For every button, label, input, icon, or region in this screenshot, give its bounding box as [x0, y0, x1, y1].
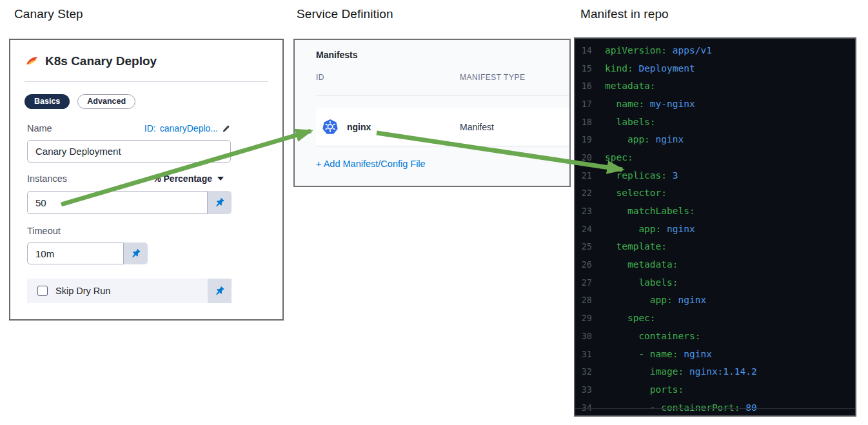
id-label: ID: [144, 123, 156, 133]
skip-dry-run-pin-button[interactable] [208, 279, 232, 303]
step-id: ID: canaryDeplo... [144, 123, 231, 133]
code-lines: 14apiVersion: apps/v115kind: Deployment1… [575, 41, 855, 416]
instances-unit-dropdown[interactable]: % Percentage [153, 173, 224, 184]
name-input[interactable] [27, 140, 231, 163]
code-line: 28 app: nginx [575, 292, 855, 310]
table-header-divider [316, 95, 569, 95]
code-line: 21 replicas: 3 [575, 166, 855, 184]
timeout-label: Timeout [27, 226, 61, 236]
instances-input-group [27, 191, 232, 214]
manifests-heading: Manifests [316, 50, 358, 60]
timeout-pin-button[interactable] [124, 242, 148, 264]
pencil-icon [222, 124, 231, 133]
kubernetes-icon [322, 119, 339, 135]
code-line: 19 app: nginx [575, 130, 855, 148]
service-definition-title: Service Definition [297, 7, 393, 21]
column-header-manifest-type: MANIFEST TYPE [460, 73, 525, 82]
step-tabs: Basics Advanced [25, 94, 135, 109]
pushpin-icon [214, 197, 225, 208]
manifest-code-panel: 14apiVersion: apps/v115kind: Deployment1… [574, 37, 856, 417]
instances-row: Instances % Percentage [27, 173, 224, 184]
canary-step-panel: K8s Canary Deploy Basics Advanced Name I… [9, 39, 284, 321]
id-value-link[interactable]: canaryDeplo... [160, 123, 218, 133]
canary-bird-icon [25, 54, 39, 68]
code-line: 17 name: my-nginx [575, 95, 855, 113]
code-line: 31 - name: nginx [575, 345, 855, 363]
manifest-in-repo-title: Manifest in repo [580, 7, 669, 21]
code-scrollbar-track [575, 408, 855, 409]
edit-id-button[interactable] [222, 124, 231, 133]
code-line: 15kind: Deployment [575, 59, 855, 77]
name-row: Name ID: canaryDeplo... [27, 123, 231, 133]
canary-step-title: Canary Step [14, 7, 83, 21]
column-header-id: ID [316, 73, 324, 82]
code-line: 18 labels: [575, 113, 855, 131]
code-line: 14apiVersion: apps/v1 [575, 41, 855, 59]
instances-pin-button[interactable] [208, 191, 232, 214]
manifest-id: nginx [347, 122, 371, 132]
code-line: 33 ports: [575, 381, 855, 399]
code-line: 16metadata: [575, 77, 855, 95]
step-heading: K8s Canary Deploy [45, 54, 157, 68]
code-line: 27 labels: [575, 273, 855, 292]
code-line: 34 - containerPort: 80 [575, 399, 855, 417]
timeout-input-group [27, 242, 148, 264]
pushpin-icon [214, 286, 225, 297]
instances-unit-value: % Percentage [153, 173, 212, 184]
tab-advanced[interactable]: Advanced [77, 94, 135, 109]
step-header: K8s Canary Deploy [25, 54, 157, 68]
code-line: 24 app: nginx [575, 220, 855, 238]
code-line: 20spec: [575, 148, 855, 166]
manifest-type: Manifest [460, 122, 494, 132]
pushpin-icon [130, 248, 141, 259]
add-manifest-link[interactable]: + Add Manifest/Config File [316, 159, 426, 169]
name-label: Name [27, 123, 52, 133]
skip-dry-run-checkbox[interactable] [37, 286, 48, 296]
manifest-table-row[interactable]: nginx Manifest [316, 108, 569, 146]
skip-dry-run-row: Skip Dry Run [27, 279, 232, 303]
timeout-input[interactable] [27, 242, 124, 264]
code-line: 32 image: nginx:1.14.2 [575, 362, 855, 381]
code-line: 25 template: [575, 238, 855, 256]
skip-dry-run-label: Skip Dry Run [55, 286, 110, 296]
code-line: 30 containers: [575, 327, 855, 345]
caret-down-icon [217, 177, 224, 181]
header-divider [25, 81, 268, 82]
code-line: 22 selector: [575, 184, 855, 203]
service-definition-panel: Manifests ID MANIFEST TYPE [293, 39, 571, 187]
instances-input[interactable] [27, 191, 208, 214]
code-line: 23 matchLabels: [575, 202, 855, 220]
canvas: Canary Step Service Definition Manifest … [0, 0, 868, 425]
tab-basics[interactable]: Basics [25, 94, 70, 109]
code-line: 29 spec: [575, 309, 855, 327]
code-line: 26 metadata: [575, 255, 855, 273]
instances-label: Instances [27, 173, 67, 184]
